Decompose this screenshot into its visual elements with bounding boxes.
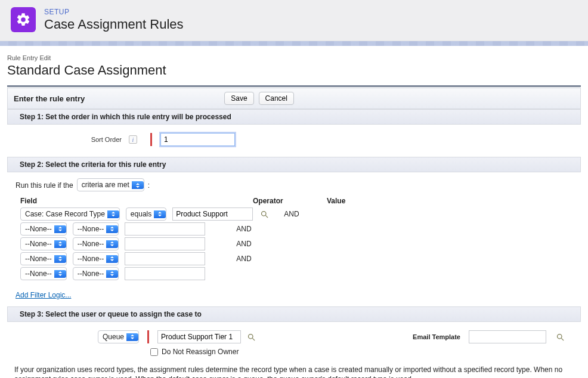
app-header: SETUP Case Assignment Rules [0, 0, 588, 41]
do-not-reassign-label: Do Not Reassign Owner [162, 348, 239, 356]
run-rule-prefix: Run this rule if the [16, 181, 73, 190]
panel-enter-title: Enter the rule entry [14, 94, 85, 103]
criteria-operator-select[interactable]: --None-- [73, 240, 119, 249]
criteria-row: --None----None--AND [20, 252, 574, 265]
panel-enter-rule: Enter the rule entry Save Cancel [7, 88, 581, 109]
breadcrumb: Rule Entry Edit [7, 54, 581, 61]
header-title: Case Assignment Rules [44, 17, 184, 32]
svg-point-4 [557, 334, 562, 339]
do-not-reassign-checkbox[interactable] [150, 348, 158, 356]
criteria-row: --None----None--AND [20, 222, 574, 236]
and-label: AND [284, 210, 299, 218]
assignee-type-select[interactable]: Queue [98, 333, 139, 342]
criteria-field-select[interactable]: --None-- [20, 240, 67, 249]
criteria-value-input[interactable] [125, 252, 205, 265]
header-divider [0, 41, 588, 46]
criteria-value-input[interactable] [125, 222, 205, 236]
svg-line-1 [265, 215, 268, 218]
and-label: AND [236, 240, 251, 248]
criteria-field-select[interactable]: --None-- [20, 225, 67, 234]
lookup-icon[interactable] [246, 331, 256, 342]
info-icon[interactable]: i [129, 135, 137, 144]
email-template-label: Email Template [413, 333, 460, 340]
page-title: Standard Case Assignment [7, 63, 581, 78]
criteria-value-input[interactable] [125, 267, 205, 280]
header-subtitle: SETUP [44, 8, 184, 16]
cancel-button[interactable]: Cancel [259, 92, 294, 105]
criteria-value-input[interactable] [125, 237, 205, 250]
email-template-input[interactable] [469, 330, 546, 343]
step3-title: Step 3: Select the user or queue to assi… [15, 310, 202, 318]
step2-title: Step 2: Select the criteria for this rul… [15, 160, 166, 169]
lookup-icon[interactable] [259, 209, 270, 219]
title-rule [7, 85, 581, 87]
run-mode-select[interactable]: criteria are met [77, 181, 144, 190]
required-indicator [147, 330, 149, 343]
step1-title: Step 1: Set the order in which this rule… [15, 113, 231, 121]
save-button[interactable]: Save [224, 92, 253, 105]
col-field: Field [20, 197, 247, 205]
criteria-operator-select[interactable]: --None-- [73, 269, 119, 278]
criteria-operator-select[interactable]: --None-- [73, 225, 119, 234]
svg-point-2 [248, 334, 253, 339]
col-operator: Operator [253, 197, 321, 205]
criteria-field-select[interactable]: Case: Case Record Type [20, 210, 120, 219]
criteria-row: --None----None--AND [20, 237, 574, 250]
and-label: AND [236, 255, 251, 263]
criteria-value-input[interactable] [172, 207, 253, 221]
col-value: Value [327, 197, 407, 205]
step1-header: Step 1: Set the order in which this rule… [7, 109, 581, 125]
sort-order-input[interactable] [160, 133, 235, 146]
assignee-input[interactable] [157, 330, 241, 343]
criteria-operator-select[interactable]: equals [126, 210, 166, 219]
criteria-operator-select[interactable]: --None-- [73, 255, 119, 264]
add-filter-logic-link[interactable]: Add Filter Logic... [16, 291, 71, 299]
required-indicator [150, 133, 152, 146]
run-rule-colon: : [148, 181, 150, 190]
svg-point-0 [261, 211, 266, 216]
criteria-field-select[interactable]: --None-- [20, 269, 67, 278]
step2-header: Step 2: Select the criteria for this rul… [7, 157, 581, 172]
svg-line-5 [561, 338, 564, 340]
criteria-row: Case: Case Record TypeequalsAND [20, 207, 574, 221]
criteria-table: Field Operator Value Case: Case Record T… [20, 197, 574, 280]
svg-line-3 [252, 338, 255, 340]
lookup-icon[interactable] [555, 331, 565, 342]
sort-order-label: Sort Order [14, 136, 122, 143]
footer-help-text: If your organization uses record types, … [7, 360, 581, 378]
and-label: AND [236, 225, 251, 233]
criteria-field-select[interactable]: --None-- [20, 255, 67, 264]
step3-header: Step 3: Select the user or queue to assi… [7, 306, 581, 322]
criteria-row: --None----None-- [20, 267, 574, 280]
gear-icon [11, 7, 36, 32]
